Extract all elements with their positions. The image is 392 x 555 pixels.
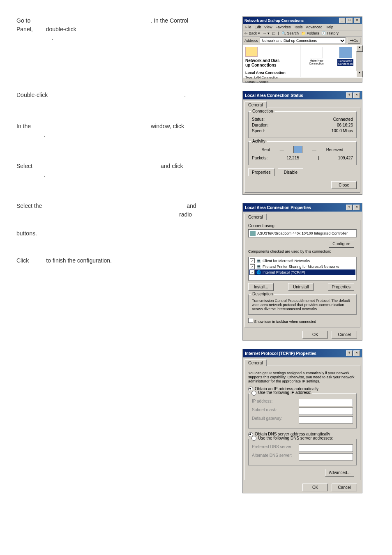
preferred-dns-input[interactable] — [299, 444, 353, 452]
show-icon-checkbox[interactable] — [248, 318, 253, 323]
up-button[interactable]: ▢ — [272, 31, 276, 35]
tab-general[interactable]: General — [244, 101, 267, 108]
label-connect-using: Connect using: — [248, 223, 357, 228]
cancel-button[interactable]: Cancel — [332, 484, 357, 491]
subnet-mask-input[interactable] — [299, 408, 353, 415]
disable-button[interactable]: Disable — [278, 168, 303, 176]
address-label: Address — [244, 39, 258, 43]
help-button[interactable]: ? — [346, 92, 353, 98]
dialog-connection-properties: Local Area Connection Properties ? × Gen… — [242, 203, 362, 341]
close-btn[interactable]: Close — [331, 181, 357, 189]
ip-address-input[interactable] — [299, 399, 353, 406]
window-network-connections: Network and Dial-up Connections _ □ × Fi… — [242, 16, 362, 83]
dlg-title-text: Local Area Connection Properties — [245, 205, 311, 210]
instruction-5: Select the and radio — [16, 202, 230, 219]
item-local-area-connection[interactable]: Local AreaConnection — [333, 47, 358, 66]
help-button[interactable]: ? — [346, 205, 353, 210]
window-title: Network and Dial-up Connections — [244, 18, 304, 23]
menu-tools[interactable]: Tools — [294, 25, 302, 29]
radio-use-following-ip[interactable] — [251, 391, 256, 396]
menu-advanced[interactable]: Advanced — [306, 25, 322, 29]
history-button[interactable]: 🕘 History — [321, 31, 339, 35]
uninstall-button[interactable]: Uninstall — [288, 283, 314, 291]
tcp-blurb: You can get IP settings assigned automat… — [248, 371, 357, 383]
search-button[interactable]: 🔍 Search — [281, 31, 299, 35]
description-text: Transmission Control Protocol/Internet P… — [252, 299, 353, 311]
forward-button[interactable]: → ▾ — [263, 31, 270, 35]
minimize-button[interactable]: _ — [339, 18, 346, 23]
nic-icon — [250, 231, 256, 236]
dialog-tcpip-properties: Internet Protocol (TCP/IP) Properties ? … — [242, 349, 362, 493]
close-button[interactable]: × — [353, 350, 360, 356]
selected-name: Local Area Connection — [245, 71, 298, 75]
scroll-up[interactable]: ▲ — [356, 45, 363, 52]
item-internet-protocol-tcpip: 🌐Internet Protocol (TCP/IP) — [249, 269, 355, 275]
alternate-dns-input[interactable] — [299, 453, 353, 461]
toolbar: ⇦ Back ▾ → ▾ ▢ | 🔍 Search 📁 Folders 🕘 Hi… — [243, 30, 362, 37]
label-components: Components checked are used by this conn… — [248, 249, 357, 253]
instruction-3: In the window, click . — [16, 122, 230, 139]
close-button[interactable]: × — [354, 18, 360, 23]
selected-type: Type: LAN Connection — [245, 76, 298, 79]
menu-edit[interactable]: Edit — [255, 25, 261, 29]
instruction-6: buttons. — [16, 229, 230, 238]
close-button[interactable]: × — [353, 92, 360, 98]
menu-help[interactable]: Help — [326, 25, 334, 29]
instruction-2: Double-click . — [16, 91, 230, 99]
advanced-button[interactable]: Advanced... — [325, 469, 354, 477]
panel-title: Network and Dial-up Connections — [245, 58, 298, 67]
menu-favorites[interactable]: Favorites — [275, 25, 291, 29]
folder-icon — [245, 47, 258, 57]
properties-button[interactable]: Properties — [248, 168, 274, 176]
selected-status: Status: Enabled — [245, 80, 298, 84]
help-button[interactable]: ? — [346, 350, 353, 356]
titlebar: Network and Dial-up Connections _ □ × — [243, 17, 362, 24]
close-button[interactable]: × — [353, 205, 360, 210]
tab-general[interactable]: General — [244, 359, 267, 366]
radio-use-following-dns[interactable] — [251, 436, 256, 441]
menu-file[interactable]: File — [245, 25, 251, 29]
cancel-button[interactable]: Cancel — [332, 331, 357, 339]
dlg-title-text: Local Area Connection Status — [245, 93, 303, 98]
properties-button[interactable]: Properties — [328, 283, 354, 291]
item-make-new-connection[interactable]: Make New Connection — [304, 47, 329, 65]
scroll-down[interactable]: ▼ — [356, 71, 363, 77]
instruction-7: Click to finish the configuration. — [16, 256, 230, 265]
dialog-connection-status: Local Area Connection Status ? × General… — [242, 91, 362, 195]
back-button[interactable]: ⇦ Back ▾ — [244, 31, 260, 35]
configure-button[interactable]: Configure — [329, 240, 354, 248]
item-client-ms-networks: 💻Client for Microsoft Networks — [249, 258, 355, 264]
dlg-title-text: Internet Protocol (TCP/IP) Properties — [245, 351, 316, 356]
instruction-4: Select and click . — [16, 162, 230, 179]
ok-button[interactable]: OK — [302, 331, 328, 339]
adapter-name: ASUSTeK/Broadcom 440x 10/100 Integrated … — [257, 231, 348, 235]
group-activity: Activity Sent — — Received Packets: 12,2… — [248, 141, 357, 165]
menubar: File Edit View Favorites Tools Advanced … — [243, 24, 362, 30]
ok-button[interactable]: OK — [302, 484, 328, 491]
network-icon — [293, 146, 302, 153]
tab-general[interactable]: General — [244, 214, 267, 220]
group-connection: Connection Status:Connected Duration:06:… — [248, 111, 357, 138]
address-combo[interactable]: Network and Dial-up Connections — [260, 37, 346, 44]
instruction-1: Go to . In the Control Panel, double-cli… — [16, 16, 230, 42]
go-button[interactable]: 🡒Go — [348, 38, 360, 44]
default-gateway-input[interactable] — [299, 416, 353, 424]
item-file-printer-sharing: 💻File and Printer Sharing for Microsoft … — [249, 264, 355, 269]
components-list[interactable]: 💻Client for Microsoft Networks 💻File and… — [248, 257, 357, 281]
maximize-button[interactable]: □ — [346, 18, 353, 23]
folders-button[interactable]: 📁 Folders — [301, 31, 319, 35]
menu-view[interactable]: View — [264, 25, 272, 29]
install-button[interactable]: Install... — [248, 283, 274, 291]
